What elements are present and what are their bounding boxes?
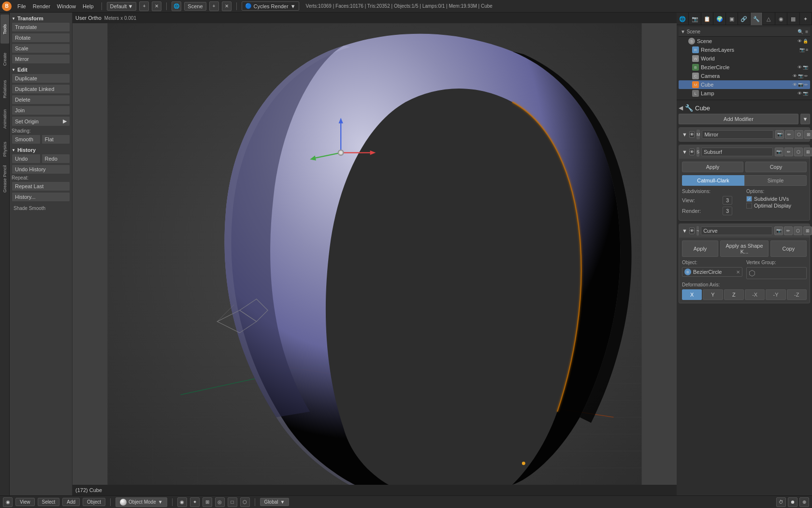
outliner-beziercircle[interactable]: B BezierCircle 👁 📷: [679, 63, 810, 72]
curve-apply-btn[interactable]: Apply: [682, 240, 718, 257]
remove-scene-btn[interactable]: ✕: [222, 1, 232, 11]
subdivide-uvs-checkbox[interactable]: ✓: [746, 196, 752, 202]
right-tab-modifiers[interactable]: 🔧: [751, 13, 763, 25]
axis-neg-z-btn[interactable]: -Z: [787, 289, 807, 300]
edit-header[interactable]: ▼ Edit: [12, 66, 70, 74]
right-tab-scene[interactable]: 🌐: [677, 13, 689, 25]
remove-screen-btn[interactable]: ✕: [152, 1, 161, 11]
axis-neg-x-btn[interactable]: -X: [745, 289, 765, 300]
duplicate-linked-btn[interactable]: Duplicate Linked: [12, 84, 70, 94]
optimal-display-checkbox[interactable]: [746, 203, 752, 209]
menu-render[interactable]: Render: [30, 2, 53, 10]
record-btn[interactable]: ⏺: [788, 497, 798, 507]
subsurf-tab-catmull[interactable]: Catmull-Clark: [682, 175, 744, 186]
render-value[interactable]: 3: [723, 207, 732, 215]
undo-btn[interactable]: Undo: [12, 154, 41, 164]
subsurf-cage-btn[interactable]: ⬡: [794, 148, 803, 156]
outliner-camera[interactable]: C Camera 👁 📷 ✏: [679, 72, 810, 80]
curve-render-btn[interactable]: 📷: [774, 226, 783, 235]
face-select-btn[interactable]: ⬡: [240, 497, 250, 507]
render-engine[interactable]: 🔵 Cycles Render ▼: [242, 1, 299, 11]
subsurf-eye-toggle[interactable]: 👁: [689, 149, 695, 155]
viewport-shading-btn[interactable]: ◉: [177, 497, 187, 507]
filter-icon[interactable]: ≡: [805, 29, 808, 34]
right-tab-material[interactable]: ◉: [775, 13, 787, 25]
vertex-group-field[interactable]: ⬡: [746, 267, 807, 279]
subsurf-render-btn[interactable]: 📷: [775, 148, 783, 156]
timeline-btn[interactable]: ⏱: [776, 497, 786, 507]
bc-eye[interactable]: 👁: [798, 65, 802, 70]
axis-neg-y-btn[interactable]: -Y: [766, 289, 785, 300]
lamp-eye[interactable]: 👁: [798, 91, 802, 96]
mode-selector[interactable]: Object Mode ▼: [116, 497, 167, 507]
right-tab-texture[interactable]: ▦: [787, 13, 799, 25]
tab-relations[interactable]: Relations: [0, 75, 9, 104]
transform-space[interactable]: Global ▼: [260, 498, 290, 506]
add-menu[interactable]: Add: [62, 498, 80, 506]
repeat-last-btn[interactable]: Repeat Last: [12, 181, 70, 191]
outliner-lamp[interactable]: L Lamp 👁 📷: [679, 89, 810, 98]
join-btn[interactable]: Join: [12, 105, 70, 115]
scale-btn[interactable]: Scale: [12, 44, 70, 53]
add-scene-btn[interactable]: +: [209, 1, 219, 11]
subsurf-name-field[interactable]: [701, 148, 773, 156]
mirror-cage-btn[interactable]: ⬡: [795, 130, 803, 139]
subsurf-apply-btn[interactable]: Apply: [682, 162, 743, 172]
curve-copy-btn[interactable]: Copy: [770, 240, 807, 257]
cam-cam[interactable]: 📷: [798, 74, 803, 78]
mirror-name-field[interactable]: [702, 130, 773, 139]
object-field[interactable]: B BezierCircle ✕: [682, 267, 742, 277]
curve-cage-btn[interactable]: ⬡: [794, 226, 802, 235]
right-tab-world[interactable]: 🌍: [713, 13, 725, 25]
mirror-toggle[interactable]: ▼: [682, 131, 687, 138]
set-origin-dropdown[interactable]: Set Origin ▶: [12, 116, 70, 126]
axis-z-btn[interactable]: Z: [724, 289, 744, 300]
tab-create[interactable]: Create: [0, 45, 9, 74]
flat-btn[interactable]: Flat: [42, 134, 71, 144]
subsurf-tab-simple[interactable]: Simple: [744, 175, 807, 186]
delete-btn[interactable]: Delete: [12, 95, 70, 105]
subsurf-toggle[interactable]: ▼: [682, 149, 687, 155]
curve-toggle[interactable]: ▼: [682, 227, 687, 234]
cube-cam[interactable]: 📷: [798, 82, 803, 87]
view-menu[interactable]: View: [15, 498, 35, 506]
menu-file[interactable]: File: [14, 2, 29, 10]
add-screen-btn[interactable]: +: [139, 1, 149, 11]
screen-selector[interactable]: Default ▼: [107, 2, 137, 11]
outliner-renderlayers[interactable]: R RenderLayers 📷 ≡: [679, 45, 810, 54]
object-menu[interactable]: Object: [83, 498, 105, 506]
right-tab-obj[interactable]: ▣: [726, 13, 738, 25]
translate-btn[interactable]: Translate: [12, 22, 70, 32]
subsurf-expand-btn[interactable]: ⊞: [804, 148, 812, 156]
right-tab-data[interactable]: △: [763, 13, 775, 25]
duplicate-btn[interactable]: Duplicate: [12, 74, 70, 83]
search-icon[interactable]: 🔍: [798, 29, 803, 34]
prop-back-icon[interactable]: ◀: [679, 105, 683, 111]
curve-expand-btn[interactable]: ⊞: [803, 226, 812, 235]
curve-eye-toggle[interactable]: 👁: [689, 227, 695, 234]
cube-eye[interactable]: 👁: [793, 82, 797, 87]
history-dots-btn[interactable]: History...: [12, 192, 70, 202]
mirror-eye-toggle[interactable]: 👁: [689, 131, 695, 138]
lamp-cam[interactable]: 📷: [803, 91, 808, 96]
mirror-render-btn[interactable]: 📷: [775, 130, 784, 139]
add-modifier-dropdown[interactable]: ▼: [800, 114, 810, 124]
overlay-btn[interactable]: ⊕: [799, 497, 809, 507]
curve-edit-btn[interactable]: ✏: [784, 226, 793, 235]
outliner-world[interactable]: W World: [679, 54, 810, 63]
lock-icon[interactable]: 🔒: [803, 39, 808, 44]
pivot-btn[interactable]: ✦: [190, 497, 200, 507]
mirror-edit-btn[interactable]: ✏: [785, 130, 794, 139]
outliner-scene[interactable]: S Scene 👁 🔒: [679, 37, 810, 45]
curve-apply-shape-btn[interactable]: Apply as Shape K...: [720, 240, 768, 257]
axis-x-btn[interactable]: X: [682, 289, 702, 300]
menu-window[interactable]: Window: [54, 2, 79, 10]
outliner-cube[interactable]: M Cube 👁 📷 ✏: [679, 80, 810, 89]
view-value[interactable]: 3: [723, 196, 732, 205]
viewport-canvas[interactable]: [72, 23, 677, 485]
scene-selector[interactable]: Scene: [184, 2, 206, 11]
history-header[interactable]: ▼ History: [12, 146, 70, 154]
add-modifier-btn[interactable]: Add Modifier: [679, 114, 798, 124]
undo-history-btn[interactable]: Undo History: [12, 164, 70, 174]
bc-cam[interactable]: 📷: [803, 65, 808, 70]
